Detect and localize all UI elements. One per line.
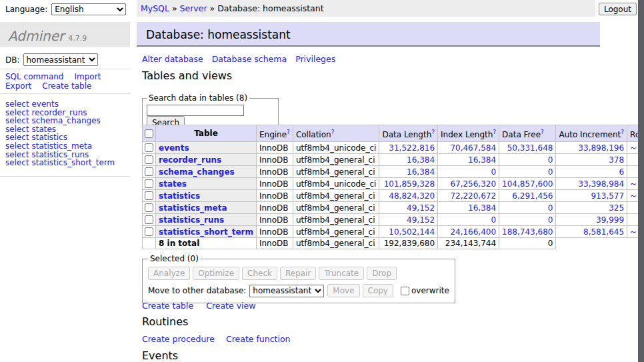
check-button[interactable]: Check (242, 267, 277, 280)
data-free-cell-link[interactable]: 6,291,456 (512, 191, 553, 201)
analyze-button[interactable]: Analyze (148, 267, 190, 280)
table-link[interactable]: recorder_runs (159, 155, 221, 165)
db-select[interactable]: homeassistant (23, 53, 98, 66)
data-free-cell-link[interactable]: 188,743,680 (502, 227, 553, 237)
row-checkbox[interactable] (145, 203, 153, 212)
table-link[interactable]: statistics (159, 191, 200, 201)
column-help-link[interactable]: ? (431, 129, 435, 135)
breadcrumb: MySQL»Server»Database: homeassistant (137, 0, 595, 17)
row-checkbox[interactable] (145, 167, 153, 176)
engine-cell: InnoDB (256, 226, 293, 238)
data-free-cell-link[interactable]: 104,857,600 (502, 179, 553, 189)
index-length-cell-link[interactable]: 16,384 (468, 155, 496, 165)
data-length-cell-link[interactable]: 31,522,816 (389, 143, 435, 153)
select-all-checkbox[interactable] (145, 129, 153, 138)
engine-cell: InnoDB (256, 214, 293, 226)
column-header-index-length: Index Length? (438, 125, 499, 142)
auto-increment-cell-link[interactable]: 6 (619, 167, 624, 177)
data-length-cell-link[interactable]: 49,152 (407, 215, 435, 225)
data-free-cell-link[interactable]: 0 (548, 167, 553, 177)
column-help-link[interactable]: ? (287, 129, 290, 135)
column-help-link[interactable]: ? (621, 129, 624, 135)
table-name-cell: schema_changes (156, 166, 257, 178)
index-length-cell-link[interactable]: 67,256,320 (450, 179, 496, 189)
language-select[interactable]: English (51, 3, 126, 15)
auto-increment-cell-link[interactable]: 33,898,196 (578, 143, 624, 153)
move-database-select[interactable]: homeassistant (249, 285, 324, 297)
auto-increment-cell: 378 (556, 154, 627, 166)
sidebar-create-table-link[interactable]: Create table (42, 81, 91, 91)
column-help-link[interactable]: ? (331, 129, 335, 135)
row-checkbox[interactable] (145, 143, 153, 152)
table-link[interactable]: events (159, 143, 189, 153)
copy-button[interactable]: Copy (363, 284, 393, 297)
logout-button[interactable]: Logout (599, 3, 637, 15)
truncate-button[interactable]: Truncate (319, 267, 364, 280)
sidebar-select-link[interactable]: select schema_changes (5, 117, 115, 125)
overwrite-checkbox[interactable] (401, 287, 409, 295)
auto-increment-cell-link[interactable]: 8,581,645 (583, 227, 624, 237)
data-length-cell-link[interactable]: 10,502,144 (389, 227, 435, 237)
row-checkbox[interactable] (145, 179, 153, 188)
create-links: Create tableCreate view (142, 301, 268, 311)
row-checkbox[interactable] (145, 191, 153, 200)
auto-increment-cell-link[interactable]: 913,577 (591, 191, 624, 201)
optimize-button[interactable]: Optimize (193, 267, 239, 280)
sidebar-import-link[interactable]: Import (74, 72, 101, 81)
sidebar-select-link[interactable]: select events (5, 100, 115, 109)
table-link[interactable]: statistics_runs (159, 215, 224, 225)
column-help-link[interactable]: ? (493, 129, 496, 135)
data-free-cell-link[interactable]: 0 (548, 203, 553, 213)
drop-button[interactable]: Drop (367, 267, 397, 280)
collation-cell: utf8mb4_general_ci (293, 190, 379, 202)
breadcrumb-mysql-link[interactable]: MySQL (141, 3, 169, 13)
index-length-cell-link[interactable]: 16,384 (468, 203, 496, 213)
routine-links: Create procedureCreate function (142, 334, 302, 344)
create-function-link[interactable]: Create function (226, 334, 291, 344)
data-free-cell-link[interactable]: 50,331,648 (507, 143, 553, 153)
row-checkbox[interactable] (145, 215, 153, 224)
table-link[interactable]: states (159, 179, 187, 189)
auto-increment-cell-link[interactable]: 33,398,984 (578, 179, 624, 189)
breadcrumb-server-link[interactable]: Server (180, 3, 207, 13)
table-link[interactable]: statistics_meta (159, 203, 227, 213)
scrollbar[interactable] (638, 0, 644, 362)
column-help-link[interactable]: ? (541, 129, 544, 135)
data-free-cell-link[interactable]: 0 (548, 215, 553, 225)
data-length-cell-link[interactable]: 101,859,328 (384, 179, 435, 189)
row-checkbox[interactable] (145, 227, 153, 236)
index-length-cell-link[interactable]: 0 (491, 167, 496, 177)
table-link[interactable]: statistics_short_term (159, 227, 253, 237)
brand-version: 4.7.9 (68, 34, 87, 43)
sidebar-sql-command-link[interactable]: SQL command (5, 72, 63, 81)
auto-increment-cell-link[interactable]: 325 (609, 203, 624, 213)
selected-buttons-row: AnalyzeOptimizeCheckRepairTruncateDrop (148, 267, 449, 280)
engine-cell: InnoDB (256, 142, 293, 154)
repair-button[interactable]: Repair (280, 267, 316, 280)
data-free-cell-link[interactable]: 0 (548, 155, 553, 165)
row-checkbox[interactable] (145, 155, 153, 164)
data-length-cell-link[interactable]: 16,384 (407, 167, 435, 177)
create-table-link[interactable]: Create table (142, 301, 193, 311)
privileges-link[interactable]: Privileges (295, 54, 335, 64)
table-link[interactable]: schema_changes (159, 167, 235, 177)
move-button[interactable]: Move (327, 284, 359, 297)
auto-increment-cell-link[interactable]: 39,999 (596, 215, 624, 225)
data-free-cell: 188,743,680 (499, 226, 556, 238)
create-view-link[interactable]: Create view (206, 301, 255, 311)
index-length-cell-link[interactable]: 0 (491, 215, 496, 225)
sidebar-select-link[interactable]: select statistics_meta (5, 142, 115, 151)
auto-increment-cell-link[interactable]: 378 (609, 155, 624, 165)
index-length-cell-link[interactable]: 70,467,584 (450, 143, 496, 153)
data-length-cell-link[interactable]: 48,824,320 (389, 191, 435, 201)
sidebar-export-link[interactable]: Export (5, 81, 31, 91)
create-procedure-link[interactable]: Create procedure (142, 334, 215, 344)
data-length-cell-link[interactable]: 49,152 (407, 203, 435, 213)
index-length-cell-link[interactable]: 24,166,400 (450, 227, 496, 237)
search-input[interactable] (147, 105, 244, 116)
database-schema-link[interactable]: Database schema (212, 54, 287, 64)
index-length-cell-link[interactable]: 72,220,672 (450, 191, 496, 201)
alter-database-link[interactable]: Alter database (142, 54, 203, 64)
sidebar-select-link[interactable]: select statistics_short_term (5, 159, 115, 167)
data-length-cell-link[interactable]: 16,384 (407, 155, 435, 165)
